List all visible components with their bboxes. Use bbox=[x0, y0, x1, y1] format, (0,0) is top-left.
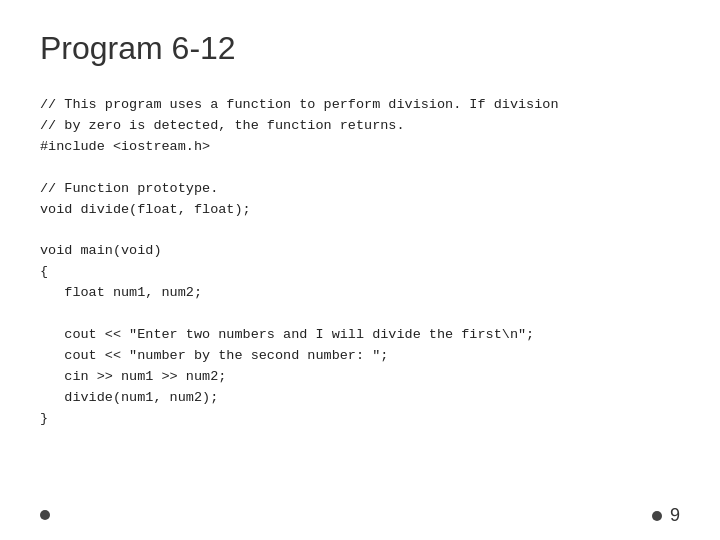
bottom-left-decoration bbox=[40, 510, 50, 520]
slide: Program 6-12 // This program uses a func… bbox=[0, 0, 720, 540]
page-number: 9 bbox=[670, 505, 680, 526]
code-block: // This program uses a function to perfo… bbox=[40, 95, 680, 430]
bottom-right-area: 9 bbox=[652, 505, 680, 526]
bottom-right-dot bbox=[652, 511, 662, 521]
slide-title: Program 6-12 bbox=[40, 30, 680, 67]
